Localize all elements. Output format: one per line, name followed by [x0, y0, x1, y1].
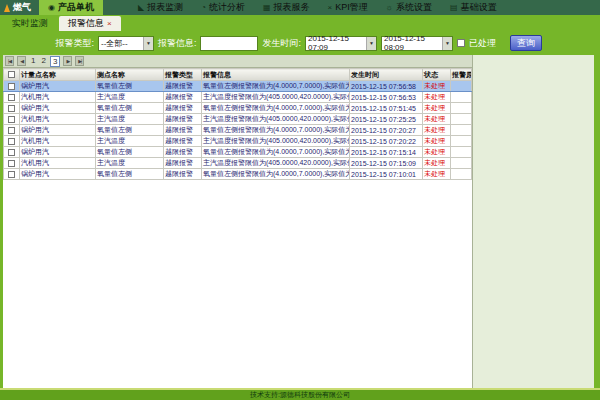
- cell-reason: [451, 136, 472, 147]
- chevron-down-icon[interactable]: ▼: [442, 37, 452, 50]
- table-row[interactable]: 锅炉用汽 氧量值左侧 越限报警 氧量值左侧报警限值为(4.0000,7.0000…: [4, 147, 472, 158]
- table-row[interactable]: 汽机用汽 主汽温度 越限报警 主汽温度报警限值为(405.0000,420.00…: [4, 136, 472, 147]
- column-header: 计量点名称: [20, 69, 96, 81]
- menubar-item[interactable]: ◔ 统计分析: [192, 0, 254, 15]
- table-row[interactable]: 锅炉用汽 氧量值左侧 越限报警 氧量值左侧报警限值为(4.0000,7.0000…: [4, 103, 472, 114]
- cell-reason: [451, 81, 472, 92]
- column-header: 测点名称: [96, 69, 164, 81]
- cell-occur-time: 2015-12-15 07:20:27: [350, 125, 423, 136]
- menubar-item[interactable]: ◣ 报表监测: [129, 0, 192, 15]
- cell-alarm-info: 氧量值左侧报警限值为(4.0000,7.0000),实际值为7.8054: [202, 147, 350, 158]
- content-area: |◀ ◀ 1 2 3 ▶ ▶|: [0, 55, 600, 388]
- alarm-table: 计量点名称测点名称报警类型报警信息发生时间状态报警原因 锅炉用汽 氧量值左侧 越…: [3, 68, 472, 180]
- alarm-type-select[interactable]: --全部-- ▼: [98, 36, 154, 51]
- footer-text: 技术支持:源德科技股份有限公司: [250, 390, 350, 400]
- cell-reason: [451, 169, 472, 180]
- product-icon: ◉: [48, 4, 55, 12]
- row-checkbox[interactable]: [8, 171, 15, 178]
- cell-alarm-type: 越限报警: [164, 169, 202, 180]
- menubar-item[interactable]: ☼ 系统设置: [377, 0, 441, 15]
- time-to-input[interactable]: 2015-12-15 08:09 ▼: [381, 36, 453, 51]
- cell-point-name: 主汽温度: [96, 158, 164, 169]
- cell-metering-point: 锅炉用汽: [20, 147, 96, 158]
- cell-alarm-info: 氧量值左侧报警限值为(4.0000,7.0000),实际值为7.7690: [202, 81, 350, 92]
- cell-alarm-info: 氧量值左侧报警限值为(4.0000,7.0000),实际值为7.2187: [202, 169, 350, 180]
- table-row[interactable]: 汽机用汽 主汽温度 越限报警 主汽温度报警限值为(405.0000,420.00…: [4, 92, 472, 103]
- pager: |◀ ◀ 1 2 3 ▶ ▶|: [3, 55, 472, 68]
- pager-page[interactable]: 2: [39, 56, 47, 67]
- menubar-item[interactable]: ▤ 基础设置: [441, 0, 506, 15]
- time-from-value: 2015-12-15 07:09: [308, 34, 366, 52]
- cell-status: 未处理: [423, 169, 451, 180]
- menubar-item[interactable]: × KPI管理: [319, 0, 377, 15]
- cell-status: 未处理: [423, 92, 451, 103]
- occur-time-label: 发生时间:: [262, 37, 301, 50]
- column-header: 状态: [423, 69, 451, 81]
- pager-first-button[interactable]: |◀: [5, 56, 14, 66]
- table-row[interactable]: 锅炉用汽 氧量值左侧 越限报警 氧量值左侧报警限值为(4.0000,7.0000…: [4, 125, 472, 136]
- handled-checkbox-label: 已处理: [469, 37, 496, 50]
- pager-last-button[interactable]: ▶|: [75, 56, 84, 66]
- time-to-value: 2015-12-15 08:09: [384, 34, 442, 52]
- services-icon: ▦: [263, 4, 271, 12]
- column-header: 发生时间: [350, 69, 423, 81]
- alarm-info-input[interactable]: [200, 36, 258, 51]
- app-logo-label: 燃气: [13, 1, 31, 14]
- cell-alarm-info: 氧量值左侧报警限值为(4.0000,7.0000),实际值为7.1523: [202, 103, 350, 114]
- menubar-item[interactable]: ▦ 报表服务: [254, 0, 319, 15]
- table-body: 锅炉用汽 氧量值左侧 越限报警 氧量值左侧报警限值为(4.0000,7.0000…: [4, 81, 472, 180]
- chevron-down-icon[interactable]: ▼: [143, 37, 153, 50]
- cell-status: 未处理: [423, 136, 451, 147]
- footer-bar: 技术支持:源德科技股份有限公司: [0, 388, 600, 400]
- pager-page[interactable]: 3: [50, 56, 60, 67]
- query-button[interactable]: 查询: [510, 35, 542, 51]
- base-settings-icon: ▤: [450, 4, 458, 12]
- cell-metering-point: 汽机用汽: [20, 114, 96, 125]
- menubar-item-label: KPI管理: [335, 1, 368, 14]
- tab-close-icon[interactable]: ×: [107, 20, 112, 28]
- row-checkbox[interactable]: [8, 149, 15, 156]
- cell-alarm-info: 主汽温度报警限值为(405.0000,420.0000),实际值为424.446…: [202, 136, 350, 147]
- row-checkbox[interactable]: [8, 160, 15, 167]
- chart-icon: ◣: [138, 4, 144, 12]
- cell-metering-point: 锅炉用汽: [20, 169, 96, 180]
- table-row[interactable]: 锅炉用汽 氧量值左侧 越限报警 氧量值左侧报警限值为(4.0000,7.0000…: [4, 169, 472, 180]
- alarm-type-label: 报警类型:: [55, 37, 94, 50]
- cell-point-name: 氧量值左侧: [96, 169, 164, 180]
- handled-checkbox[interactable]: [457, 39, 465, 47]
- app-window: 燃气 ◉ 产品单机 ◣ 报表监测 ◔ 统计分析: [0, 0, 600, 400]
- row-checkbox[interactable]: [8, 83, 15, 90]
- column-header: 报警原因: [451, 69, 472, 81]
- alarm-info-label: 报警信息:: [158, 37, 197, 50]
- cell-alarm-info: 氧量值左侧报警限值为(4.0000,7.0000),实际值为3.4521: [202, 125, 350, 136]
- row-checkbox[interactable]: [8, 116, 15, 123]
- chevron-down-icon[interactable]: ▼: [366, 37, 376, 50]
- pager-page[interactable]: 1: [29, 56, 37, 67]
- pager-next-button[interactable]: ▶: [63, 56, 72, 66]
- menubar-item[interactable]: ◉ 产品单机: [39, 0, 103, 15]
- column-header: 报警信息: [202, 69, 350, 81]
- tab[interactable]: 报警信息 ×: [59, 16, 121, 31]
- cell-alarm-type: 越限报警: [164, 103, 202, 114]
- time-from-input[interactable]: 2015-12-15 07:09 ▼: [305, 36, 377, 51]
- cell-occur-time: 2015-12-15 07:15:09: [350, 158, 423, 169]
- right-side-panel: [472, 55, 594, 388]
- row-checkbox[interactable]: [8, 94, 15, 101]
- row-checkbox[interactable]: [8, 127, 15, 134]
- cell-reason: [451, 125, 472, 136]
- column-header: 报警类型: [164, 69, 202, 81]
- table-row[interactable]: 锅炉用汽 氧量值左侧 越限报警 氧量值左侧报警限值为(4.0000,7.0000…: [4, 81, 472, 92]
- table-row[interactable]: 汽机用汽 主汽温度 越限报警 主汽温度报警限值为(405.0000,420.00…: [4, 114, 472, 125]
- cell-metering-point: 汽机用汽: [20, 136, 96, 147]
- cell-metering-point: 锅炉用汽: [20, 103, 96, 114]
- pager-prev-button[interactable]: ◀: [17, 56, 26, 66]
- gear-icon: ☼: [386, 4, 393, 12]
- select-all-checkbox[interactable]: [8, 71, 15, 78]
- cell-metering-point: 锅炉用汽: [20, 125, 96, 136]
- table-row[interactable]: 汽机用汽 主汽温度 越限报警 主汽温度报警限值为(405.0000,420.00…: [4, 158, 472, 169]
- cell-reason: [451, 103, 472, 114]
- menubar-item-label: 基础设置: [461, 1, 497, 14]
- row-checkbox[interactable]: [8, 138, 15, 145]
- row-checkbox[interactable]: [8, 105, 15, 112]
- tab[interactable]: 实时监测 ×: [3, 16, 57, 31]
